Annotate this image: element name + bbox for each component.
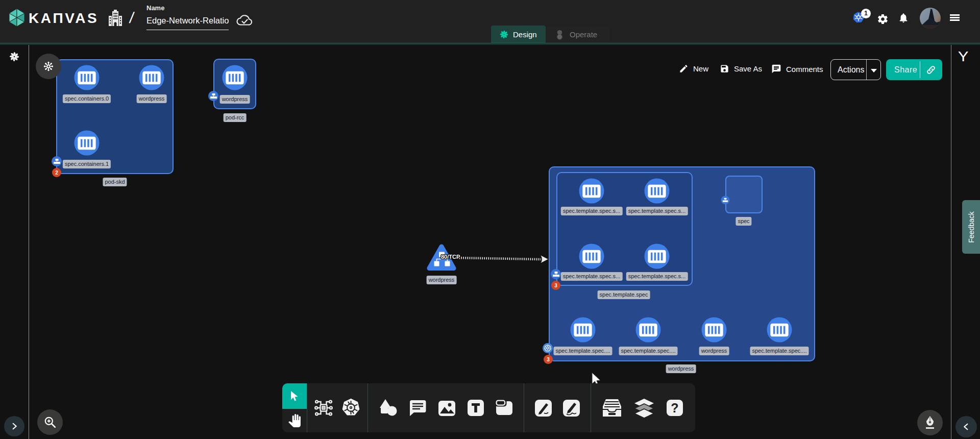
svg-text:?: ? xyxy=(671,401,678,415)
